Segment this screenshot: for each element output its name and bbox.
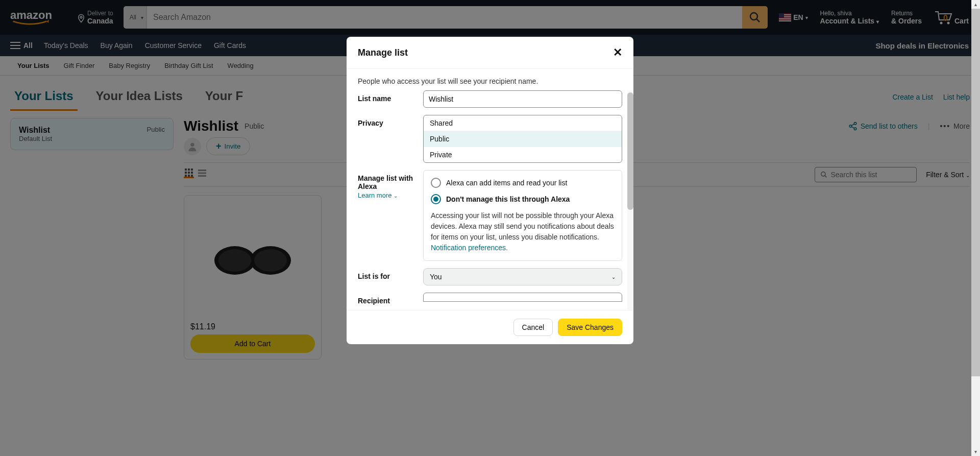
- list-name-input[interactable]: [423, 90, 622, 108]
- modal-overlay[interactable]: Manage list ✕ People who access your lis…: [0, 0, 980, 359]
- page-scrollbar[interactable]: ▴ ▾: [971, 0, 980, 359]
- alexa-option-manage[interactable]: Alexa can add items and read your list: [431, 178, 615, 188]
- list-for-select[interactable]: You ⌄: [423, 268, 622, 285]
- privacy-dropdown[interactable]: Shared Public Private: [423, 115, 622, 163]
- alexa-option-dont-manage[interactable]: Don't manage this list through Alexa: [431, 194, 615, 204]
- modal-body: List name Privacy Shared Public Private: [347, 90, 633, 310]
- cancel-button[interactable]: Cancel: [513, 319, 553, 336]
- close-icon[interactable]: ✕: [613, 46, 622, 59]
- privacy-option-public[interactable]: Public: [424, 131, 622, 147]
- alexa-desc-text: Accessing your list will not be possible…: [431, 211, 614, 241]
- chevron-down-icon: ⌄: [611, 274, 616, 280]
- radio-icon: [431, 178, 441, 188]
- list-for-label: List is for: [358, 268, 423, 285]
- alexa-label: Manage list with Alexa Learn more ⌄: [358, 170, 423, 261]
- save-changes-button[interactable]: Save Changes: [558, 319, 622, 336]
- alexa-options-box: Alexa can add items and read your list D…: [423, 170, 622, 261]
- learn-more-text: Learn more: [358, 191, 391, 199]
- privacy-label: Privacy: [358, 115, 423, 163]
- learn-more-link[interactable]: Learn more ⌄: [358, 191, 423, 199]
- recipient-input[interactable]: [423, 293, 622, 302]
- alexa-label-text: Manage list with Alexa: [358, 174, 413, 190]
- chevron-down-icon: ⌄: [394, 193, 398, 199]
- radio-icon: [431, 194, 441, 204]
- list-for-value: You: [430, 273, 442, 281]
- privacy-option-private[interactable]: Private: [424, 147, 622, 162]
- alexa-manage-label: Alexa can add items and read your list: [446, 179, 567, 187]
- modal-subtitle: People who access your list will see you…: [347, 69, 633, 90]
- scroll-up-arrow[interactable]: ▴: [971, 0, 980, 9]
- modal-title: Manage list: [358, 47, 408, 58]
- modal-scrollbar[interactable]: [627, 90, 633, 310]
- manage-list-modal: Manage list ✕ People who access your lis…: [347, 37, 633, 344]
- recipient-label: Recipient: [358, 293, 423, 305]
- alexa-description: Accessing your list will not be possible…: [431, 210, 615, 253]
- list-name-label: List name: [358, 90, 423, 108]
- privacy-option-shared[interactable]: Shared: [424, 115, 622, 131]
- notification-preferences-link[interactable]: Notification preferences.: [431, 244, 508, 252]
- alexa-dont-manage-label: Don't manage this list through Alexa: [446, 195, 570, 203]
